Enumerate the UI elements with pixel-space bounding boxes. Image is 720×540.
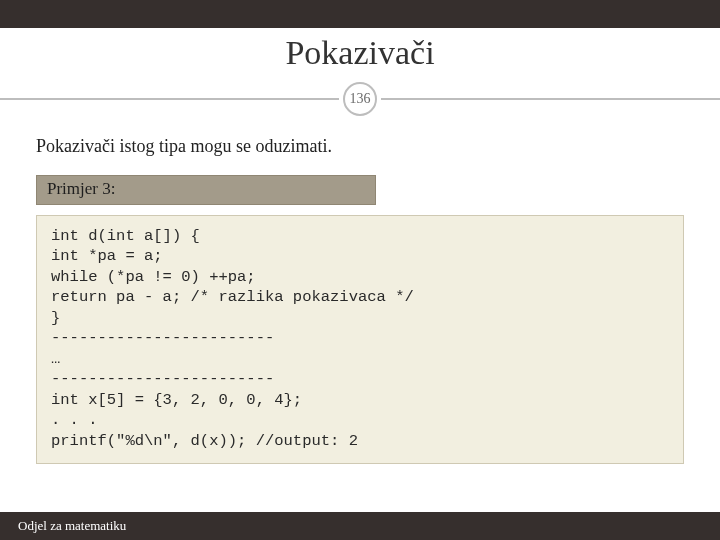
code-block: int d(int a[]) { int *pa = a; while (*pa… [36, 215, 684, 464]
content-area: Pokazivači istog tipa mogu se oduzimati.… [0, 116, 720, 464]
divider-row: 136 [0, 82, 720, 116]
subtitle-text: Pokazivači istog tipa mogu se oduzimati. [36, 136, 684, 157]
footer-text: Odjel za matematiku [18, 518, 126, 534]
divider-line-right [381, 98, 720, 100]
example-label: Primjer 3: [36, 175, 376, 205]
slide-title: Pokazivači [0, 34, 720, 72]
page-number-badge: 136 [343, 82, 377, 116]
divider-line-left [0, 98, 339, 100]
slide: Pokazivači 136 Pokazivači istog tipa mog… [0, 0, 720, 540]
title-area: Pokazivači [0, 28, 720, 72]
